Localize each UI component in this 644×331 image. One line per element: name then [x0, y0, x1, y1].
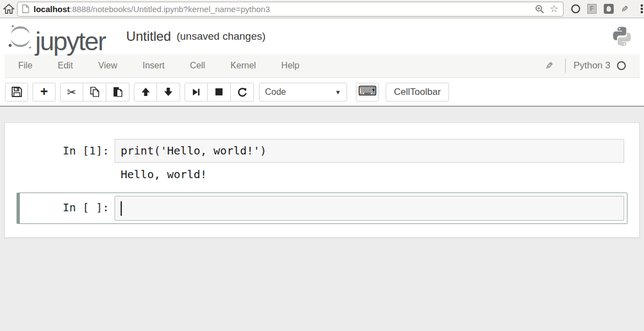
- menu-file[interactable]: File: [18, 61, 33, 71]
- cut-cell-button[interactable]: ✂: [60, 83, 83, 102]
- input-prompt: In [1]:: [23, 139, 115, 157]
- interrupt-kernel-button[interactable]: [208, 83, 231, 102]
- divider: [565, 58, 566, 73]
- save-status: (unsaved changes): [176, 30, 266, 42]
- url-path: :8888/notebooks/Untitled.ipynb?kernel_na…: [70, 4, 270, 14]
- save-button[interactable]: [5, 83, 28, 102]
- browser-window: localhost:8888/notebooks/Untitled.ipynb?…: [0, 0, 644, 331]
- scissors-icon: ✂: [67, 87, 77, 98]
- bookmark-star-icon[interactable]: ☆: [550, 4, 559, 14]
- arrow-up-icon: [141, 87, 150, 97]
- move-cell-up-button[interactable]: [134, 83, 157, 102]
- output-prompt: [23, 168, 115, 173]
- command-palette-button[interactable]: ⌨: [356, 83, 379, 102]
- home-icon: [3, 3, 14, 14]
- zoom-icon[interactable]: [535, 4, 544, 14]
- address-bar[interactable]: localhost:8888/notebooks/Untitled.ipynb?…: [17, 2, 564, 17]
- notebook-header: jupyter Untitled (unsaved changes): [0, 18, 644, 54]
- notebook-toolbar: + ✂: [0, 78, 644, 106]
- jupyter-logo[interactable]: jupyter: [8, 23, 105, 50]
- code-cell-2-selected[interactable]: In [ ]:: [17, 193, 627, 224]
- page-icon: [22, 4, 29, 13]
- code-text: print('Hello, world!'): [121, 144, 267, 157]
- url-text: localhost:8888/notebooks/Untitled.ipynb?…: [34, 4, 531, 14]
- extension-pencil-icon[interactable]: ✎: [621, 4, 628, 14]
- python-logo-icon: [611, 25, 633, 48]
- menu-edit[interactable]: Edit: [58, 61, 73, 71]
- copy-cell-button[interactable]: [83, 83, 106, 102]
- dropdown-arrow-icon: ▼: [335, 89, 341, 95]
- extension-grid-icon[interactable]: F: [587, 4, 597, 14]
- code-input[interactable]: print('Hello, world!'): [115, 139, 624, 163]
- cell-type-value: Code: [265, 87, 335, 97]
- edit-title-pencil-icon[interactable]: ✎: [545, 60, 553, 72]
- copy-icon: [90, 87, 100, 97]
- extension-dark-icon[interactable]: [604, 4, 614, 14]
- jupyter-wordmark: jupyter: [35, 30, 105, 53]
- restart-kernel-button[interactable]: [231, 83, 254, 102]
- menu-help[interactable]: Help: [282, 61, 300, 71]
- celltoolbar-button[interactable]: CellToolbar: [386, 83, 449, 102]
- notebook-page: In [1]: print('Hello, world!') Hello, wo…: [0, 106, 644, 331]
- code-cell-1[interactable]: In [1]: print('Hello, world!') Hello, wo…: [17, 136, 627, 187]
- menu-kernel[interactable]: Kernel: [230, 61, 256, 71]
- browser-chrome: localhost:8888/notebooks/Untitled.ipynb?…: [0, 0, 644, 18]
- paste-cell-button[interactable]: [106, 83, 129, 102]
- stop-icon: [215, 88, 223, 96]
- home-button[interactable]: [3, 2, 14, 15]
- input-prompt: In [ ]:: [23, 196, 115, 214]
- save-icon: [12, 87, 22, 97]
- plus-icon: +: [40, 85, 48, 98]
- paste-icon: [113, 87, 123, 97]
- extension-circle-icon[interactable]: [571, 4, 580, 13]
- menu-bar: File Edit View Insert Cell Kernel Help ✎…: [4, 54, 640, 78]
- menu-view[interactable]: View: [98, 61, 117, 71]
- step-forward-icon: [192, 88, 201, 97]
- code-input-active[interactable]: [115, 196, 624, 221]
- browser-menu-icon[interactable]: [641, 4, 643, 13]
- notebook-container: In [1]: print('Hello, world!') Hello, wo…: [4, 122, 640, 238]
- menu-insert[interactable]: Insert: [143, 61, 165, 71]
- cell-output: Hello, world!: [115, 168, 624, 184]
- add-cell-button[interactable]: +: [33, 83, 56, 102]
- kernel-idle-indicator: [617, 61, 626, 70]
- arrow-down-icon: [164, 87, 173, 97]
- jupyter-logo-icon: [8, 23, 33, 50]
- kernel-name: Python 3: [573, 60, 610, 71]
- keyboard-icon: ⌨: [358, 84, 377, 98]
- refresh-icon: [237, 87, 247, 97]
- menu-cell[interactable]: Cell: [190, 61, 205, 71]
- url-host: localhost: [34, 4, 70, 14]
- run-cell-button[interactable]: [185, 83, 208, 102]
- text-cursor: [121, 201, 122, 216]
- notebook-title[interactable]: Untitled: [126, 29, 171, 44]
- move-cell-down-button[interactable]: [157, 83, 180, 102]
- cell-type-dropdown[interactable]: Code ▼: [259, 83, 347, 102]
